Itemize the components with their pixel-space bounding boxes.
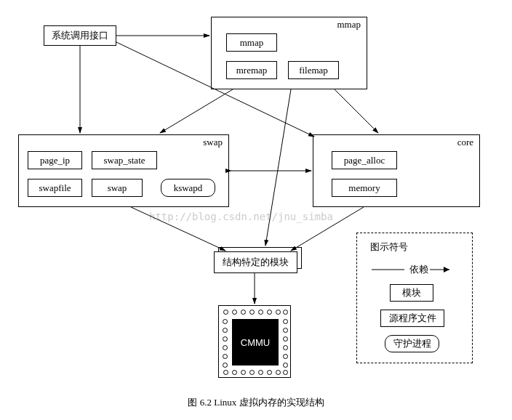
legend-title: 图示符号 — [370, 241, 408, 254]
legend-box: 图示符号 依赖 模块 源程序文件 守护进程 — [356, 233, 473, 363]
cmmu-chip-frame: CMMU — [218, 305, 291, 378]
mmap-group-title: mmap — [337, 19, 361, 31]
filemap-label: filemap — [299, 65, 328, 76]
legend-module-label: 模块 — [402, 286, 421, 299]
watermark-text: http://blog.csdn.net/jnu_simba — [149, 211, 333, 222]
arch-module-label: 结构特定的模块 — [223, 256, 289, 269]
page-alloc-source: page_alloc — [332, 151, 397, 169]
memory-label: memory — [348, 182, 380, 194]
arch-module: 结构特定的模块 — [214, 251, 297, 273]
kswapd-label: kswapd — [174, 182, 203, 194]
swapfile-source: swapfile — [28, 179, 82, 197]
svg-marker-2 — [444, 267, 449, 272]
figure-caption: 图 6.2 Linux 虚拟内存的实现结构 — [0, 396, 512, 409]
kswapd-daemon: kswapd — [161, 179, 215, 197]
svg-line-7 — [335, 89, 378, 133]
mmap-label: mmap — [240, 37, 264, 49]
legend-source-label: 源程序文件 — [389, 312, 436, 325]
swapfile-label: swapfile — [39, 182, 71, 194]
legend-module: 模块 — [390, 284, 433, 302]
page-ip-label: page_ip — [40, 155, 70, 166]
svg-line-6 — [160, 89, 233, 133]
swap-group-title: swap — [203, 137, 223, 148]
legend-depend: 依赖 — [409, 263, 428, 276]
cmmu-chip: CMMU — [232, 319, 279, 366]
page-alloc-label: page_alloc — [344, 155, 385, 166]
legend-daemon: 守护进程 — [385, 335, 439, 352]
syscall-label: 系统调用接口 — [52, 29, 108, 42]
swap-label: swap — [108, 182, 127, 194]
syscall-module: 系统调用接口 — [44, 25, 116, 46]
mmap-group: mmap mmap mremap filemap — [211, 17, 367, 89]
cmmu-label: CMMU — [241, 337, 270, 348]
swap-group: swap page_ip swap_state swapfile swap ks… — [18, 134, 229, 207]
memory-source: memory — [332, 179, 397, 197]
mremap-label: mremap — [236, 65, 268, 76]
legend-daemon-label: 守护进程 — [393, 337, 431, 350]
page-ip-source: page_ip — [28, 151, 82, 169]
swap-state-label: swap_state — [103, 155, 145, 166]
swap-source: swap — [92, 179, 143, 197]
swap-state-source: swap_state — [92, 151, 157, 169]
mremap-source: mremap — [226, 61, 277, 79]
core-group-title: core — [457, 137, 473, 148]
core-group: core page_alloc memory — [313, 134, 480, 207]
mmap-source: mmap — [226, 33, 277, 52]
legend-source: 源程序文件 — [380, 310, 444, 327]
filemap-source: filemap — [288, 61, 339, 79]
